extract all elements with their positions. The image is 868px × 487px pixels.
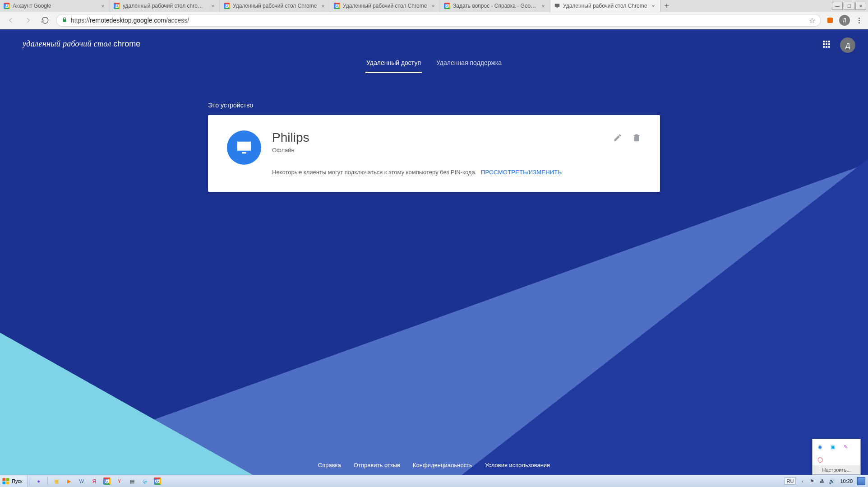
google-favicon-icon [4,3,10,9]
tab-remote-support[interactable]: Удаленная поддержка [435,59,503,73]
windows-taskbar: Пуск ● ▦ ▶ W Я Y ▤ ◎ RU ‹ ⚑ 🖧 🔊 10:20 [0,475,868,487]
account-avatar[interactable]: Д [840,37,855,53]
decorative-triangle [462,159,868,475]
secure-lock-icon [62,17,67,24]
taskbar-separator [29,477,29,486]
profile-avatar[interactable]: Д [839,15,850,26]
footer-feedback-link[interactable]: Отправить отзыв [354,462,400,468]
window-minimize-button[interactable]: — [832,2,843,10]
quick-launch: ● ▦ ▶ W Я Y ▤ ◎ [31,475,166,487]
footer-help-link[interactable]: Справка [318,462,341,468]
svg-rect-4 [6,478,9,481]
footer-links: Справка Отправить отзыв Конфиденциальнос… [0,462,868,468]
taskbar-app-icon[interactable]: ▤ [127,477,138,486]
device-status: Офлайн [272,147,602,153]
page-header: удаленный рабочий стол chrome Д Удаленны… [0,29,868,83]
device-card: Philips Офлайн Некоторые клиенты могут п… [208,115,660,192]
taskbar-clock[interactable]: 10:20 [838,478,854,484]
notifier-app-icon[interactable]: ◉ [816,443,824,451]
product-brand: удаленный рабочий стол chrome [23,39,140,49]
taskbar-app-icon[interactable]: Y [114,477,125,486]
new-tab-button[interactable]: + [660,0,673,12]
extension-icon[interactable] [826,16,835,25]
system-tray: RU ‹ ⚑ 🖧 🔊 10:20 [782,475,868,487]
tab-close-icon[interactable]: × [650,3,656,9]
delete-trash-icon[interactable] [632,133,641,142]
taskbar-app-icon[interactable]: ◎ [139,477,150,486]
device-name: Philips [272,130,602,145]
tab-close-icon[interactable]: × [430,3,436,9]
footer-terms-link[interactable]: Условия использования [485,462,550,468]
browser-tab[interactable]: Удаленный рабочий стол Chrome × [220,0,330,12]
device-note: Некоторые клиенты могут подключаться к э… [272,169,602,176]
crd-favicon-icon [554,3,560,9]
notifier-configure-button[interactable]: Настроить... [813,465,860,474]
tray-chevron-icon[interactable]: ‹ [799,478,806,485]
footer-privacy-link[interactable]: Конфиденциальность [413,462,472,468]
nav-back-button[interactable] [5,14,17,27]
tab-label: Удаленный рабочий стол Chrome [563,3,647,9]
windows-flag-icon [2,477,10,485]
browser-tab[interactable]: Задать вопрос - Справка - Google × [440,0,550,12]
nav-reload-button[interactable] [39,14,51,27]
browser-menu-button[interactable] [854,18,863,23]
browser-tab-active[interactable]: Удаленный рабочий стол Chrome × [550,0,660,12]
svg-rect-6 [6,482,9,484]
taskbar-app-icon[interactable]: Я [89,477,100,486]
tab-close-icon[interactable]: × [540,3,546,9]
start-label: Пуск [12,478,23,484]
language-indicator[interactable]: RU [785,478,796,485]
url-text: https://remotedesktop.google.com/access/ [71,17,189,24]
window-maximize-button[interactable]: ☐ [844,2,854,10]
google-favicon-icon [334,3,340,9]
tray-volume-icon[interactable]: 🔊 [828,478,836,485]
section-title: Это устройство [208,102,660,109]
notifier-app-icon[interactable]: ▣ [829,443,837,451]
notifier-app-icon[interactable]: ◯ [816,455,824,464]
google-favicon-icon [224,3,230,9]
tab-label: Задать вопрос - Справка - Google [453,3,537,9]
window-close-button[interactable]: ✕ [855,2,866,10]
taskbar-app-icon[interactable]: ▶ [64,477,74,486]
svg-rect-3 [3,478,6,481]
taskbar-app-icon[interactable] [152,477,163,486]
google-apps-icon[interactable] [823,41,832,50]
tab-close-icon[interactable]: × [210,3,216,9]
decorative-triangle [0,333,253,475]
svg-rect-2 [827,18,833,23]
bookmark-star-icon[interactable]: ☆ [809,16,815,25]
tray-flag-icon[interactable]: ⚑ [808,478,816,485]
taskbar-app-icon[interactable]: ● [33,477,44,486]
google-favicon-icon [114,3,120,9]
tray-network-icon[interactable]: 🖧 [818,478,826,485]
tab-close-icon[interactable]: × [320,3,326,9]
tab-label: Удаленный рабочий стол Chrome [233,3,317,9]
start-button[interactable]: Пуск [0,475,28,487]
page-tabs: Удаленный доступ Удаленная поддержка [0,59,868,73]
show-desktop-button[interactable] [857,477,865,485]
svg-rect-0 [555,4,560,7]
tab-label: Удаленный рабочий стол Chrome [343,3,427,9]
tab-close-icon[interactable]: × [100,3,106,9]
main-content: Это устройство Philips Офлайн Некоторые … [208,102,660,192]
taskbar-app-icon[interactable]: ▦ [51,477,62,486]
tab-remote-access[interactable]: Удаленный доступ [365,59,422,73]
taskbar-app-icon[interactable] [102,477,112,486]
svg-rect-1 [556,8,558,8]
edit-pencil-icon[interactable] [613,133,622,142]
browser-tab[interactable]: удаленный рабочий стол chrome с × [110,0,220,12]
svg-rect-5 [3,482,6,484]
browser-tab[interactable]: Аккаунт Google × [0,0,110,12]
taskbar-separator [47,477,48,486]
tab-label: удаленный рабочий стол chrome с [123,3,207,9]
browser-tab[interactable]: Удаленный рабочий стол Chrome × [330,0,440,12]
tray-notification-popup: ◉ ▣ ✎ ◯ Настроить... [812,439,861,475]
page-viewport: удаленный рабочий стол chrome Д Удаленны… [0,29,868,475]
notifier-app-icon[interactable]: ✎ [841,443,850,451]
nav-forward-button[interactable] [22,14,34,27]
taskbar-app-icon[interactable]: W [76,477,87,486]
address-bar[interactable]: https://remotedesktop.google.com/access/… [56,14,821,27]
tab-label: Аккаунт Google [13,3,97,9]
browser-tab-strip: Аккаунт Google × удаленный рабочий стол … [0,0,787,12]
view-edit-link[interactable]: ПРОСМОТРЕТЬ/ИЗМЕНИТЬ [481,169,562,176]
